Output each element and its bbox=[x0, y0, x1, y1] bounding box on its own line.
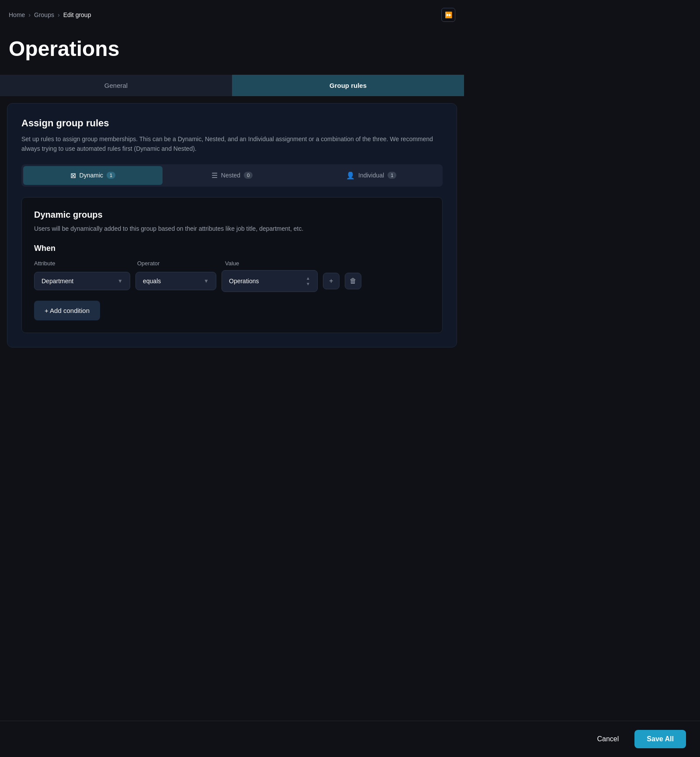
operator-column-header: Operator bbox=[137, 260, 218, 267]
dynamic-groups-description: Users will be dynamically added to this … bbox=[34, 224, 430, 233]
individual-badge: 1 bbox=[388, 172, 396, 179]
dynamic-badge: 1 bbox=[107, 172, 115, 179]
sub-tab-dynamic[interactable]: ⊠ Dynamic 1 bbox=[23, 166, 163, 185]
assign-rules-section: Assign group rules Set up rules to assig… bbox=[7, 103, 457, 347]
breadcrumb-current: Edit group bbox=[63, 11, 91, 18]
value-input[interactable]: Operations ▲ ▼ bbox=[222, 270, 318, 292]
assign-rules-title: Assign group rules bbox=[21, 118, 443, 129]
breadcrumb-sep-1: › bbox=[28, 11, 31, 18]
main-tabs: General Group rules bbox=[0, 75, 464, 96]
value-text: Operations bbox=[229, 278, 259, 285]
sub-tab-nested[interactable]: ☰ Nested 0 bbox=[163, 166, 302, 185]
sub-tabs: ⊠ Dynamic 1 ☰ Nested 0 👤 Individual 1 bbox=[21, 164, 443, 187]
individual-icon: 👤 bbox=[346, 171, 355, 180]
dynamic-groups-box: Dynamic groups Users will be dynamically… bbox=[21, 197, 443, 333]
operator-dropdown[interactable]: equals ▼ bbox=[135, 272, 216, 290]
assign-rules-description: Set up rules to assign group memberships… bbox=[21, 134, 443, 154]
nested-icon: ☰ bbox=[211, 171, 218, 180]
tab-general[interactable]: General bbox=[0, 75, 232, 96]
panel-toggle-icon: ⏩ bbox=[445, 11, 452, 18]
breadcrumb: Home › Groups › Edit group bbox=[9, 11, 91, 18]
breadcrumb-groups[interactable]: Groups bbox=[34, 11, 54, 18]
breadcrumb-bar: Home › Groups › Edit group ⏩ bbox=[0, 0, 464, 30]
page-title: Operations bbox=[0, 30, 464, 75]
attribute-dropdown[interactable]: Department ▼ bbox=[34, 272, 130, 290]
breadcrumb-home[interactable]: Home bbox=[9, 11, 25, 18]
add-condition-button[interactable]: + Add condition bbox=[34, 301, 100, 320]
dynamic-groups-title: Dynamic groups bbox=[34, 210, 430, 220]
value-arrows-icon: ▲ ▼ bbox=[306, 276, 310, 286]
attribute-column-header: Attribute bbox=[34, 260, 130, 267]
add-value-button[interactable]: + bbox=[323, 273, 340, 289]
condition-row: Department ▼ equals ▼ Operations ▲ ▼ bbox=[34, 270, 430, 292]
sub-tab-individual-label: Individual bbox=[358, 172, 384, 179]
conditions-header: Attribute Operator Value bbox=[34, 260, 430, 267]
attribute-chevron-icon: ▼ bbox=[118, 278, 123, 284]
when-label: When bbox=[34, 244, 430, 253]
tab-group-rules[interactable]: Group rules bbox=[232, 75, 464, 96]
trash-icon: 🗑 bbox=[350, 277, 357, 285]
plus-icon: + bbox=[329, 277, 333, 285]
operator-value: equals bbox=[143, 278, 161, 285]
value-column-header: Value bbox=[225, 260, 430, 267]
attribute-value: Department bbox=[42, 278, 73, 285]
breadcrumb-sep-2: › bbox=[58, 11, 60, 18]
main-content: Assign group rules Set up rules to assig… bbox=[0, 103, 464, 347]
nested-badge: 0 bbox=[244, 172, 253, 179]
sub-tab-dynamic-label: Dynamic bbox=[80, 172, 103, 179]
sub-tab-individual[interactable]: 👤 Individual 1 bbox=[301, 166, 441, 185]
operator-chevron-icon: ▼ bbox=[204, 278, 209, 284]
sub-tab-nested-label: Nested bbox=[221, 172, 240, 179]
dynamic-icon: ⊠ bbox=[70, 171, 76, 180]
panel-toggle-button[interactable]: ⏩ bbox=[441, 8, 455, 22]
delete-condition-button[interactable]: 🗑 bbox=[345, 273, 361, 289]
